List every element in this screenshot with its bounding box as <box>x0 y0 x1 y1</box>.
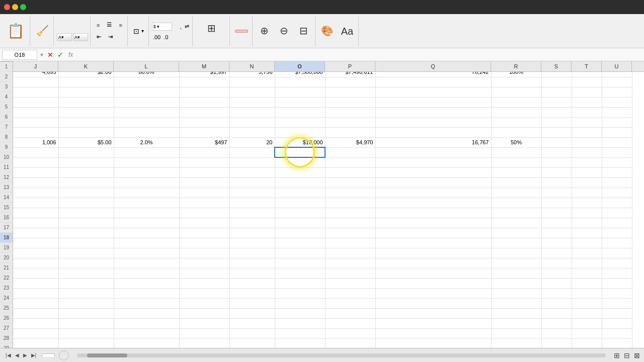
cell-Q30[interactable] <box>375 268 491 278</box>
row-num-4[interactable]: 4 <box>0 92 13 102</box>
cell-Q26[interactable] <box>375 228 491 238</box>
cell-N24[interactable] <box>229 208 275 218</box>
cell-J34[interactable] <box>13 308 58 318</box>
cell-U18[interactable] <box>602 147 632 157</box>
cell-T28[interactable] <box>572 248 602 258</box>
cell-O20[interactable] <box>275 167 325 177</box>
cell-S24[interactable] <box>541 208 572 218</box>
cell-Q29[interactable] <box>375 258 491 268</box>
cell-T19[interactable] <box>572 157 602 167</box>
cell-R22[interactable] <box>491 188 541 198</box>
cell-U21[interactable] <box>602 177 632 188</box>
cell-P19[interactable] <box>325 157 375 167</box>
indent-more-btn[interactable]: ⇥ <box>105 32 116 43</box>
cell-M32[interactable] <box>179 288 229 298</box>
align-center-btn[interactable]: ☰ <box>104 20 115 31</box>
dec-increase-btn[interactable]: .00 <box>152 33 162 41</box>
prev-sheet-btn[interactable]: ◀ <box>14 352 21 358</box>
cell-U22[interactable] <box>602 188 632 198</box>
cell-P17[interactable]: $4,970 <box>325 137 375 147</box>
cell-O26[interactable] <box>275 228 325 238</box>
row-num-14[interactable]: 14 <box>0 193 13 203</box>
cell-Q15[interactable] <box>375 117 491 127</box>
cell-P13[interactable] <box>325 97 375 107</box>
cell-N14[interactable] <box>229 107 275 117</box>
cell-N33[interactable] <box>229 298 275 308</box>
cell-K27[interactable] <box>58 238 114 248</box>
cell-J13[interactable] <box>13 97 58 107</box>
cell-L19[interactable] <box>114 157 179 167</box>
row-num-24[interactable]: 24 <box>0 293 13 303</box>
cell-N21[interactable] <box>229 177 275 188</box>
cell-N22[interactable] <box>229 188 275 198</box>
window-controls[interactable] <box>4 4 26 10</box>
cell-J20[interactable] <box>13 167 58 177</box>
row-num-23[interactable]: 23 <box>0 283 13 293</box>
cell-M22[interactable] <box>179 188 229 198</box>
cell-N34[interactable] <box>229 308 275 318</box>
col-header-T[interactable]: T <box>572 61 602 71</box>
cell-O37[interactable] <box>275 338 325 348</box>
cell-J19[interactable] <box>13 157 58 167</box>
cell-L11[interactable] <box>114 77 179 87</box>
underline-button[interactable] <box>71 21 77 32</box>
cell-K20[interactable] <box>58 167 114 177</box>
row-num-12[interactable]: 12 <box>0 172 13 183</box>
cell-K36[interactable] <box>58 328 114 338</box>
cell-N29[interactable] <box>229 258 275 268</box>
cell-M36[interactable] <box>179 328 229 338</box>
cell-R17[interactable]: 50% <box>491 137 541 147</box>
cell-R12[interactable] <box>491 87 541 97</box>
cell-M19[interactable] <box>179 157 229 167</box>
cell-P27[interactable] <box>325 238 375 248</box>
cell-Q14[interactable] <box>375 107 491 117</box>
cell-J22[interactable] <box>13 188 58 198</box>
cell-M37[interactable] <box>179 338 229 348</box>
cell-R14[interactable] <box>491 107 541 117</box>
cell-T27[interactable] <box>572 238 602 248</box>
cell-T17[interactable] <box>572 137 602 147</box>
cell-N35[interactable] <box>229 318 275 328</box>
cell-M33[interactable] <box>179 298 229 308</box>
cell-K30[interactable] <box>58 268 114 278</box>
cell-P15[interactable] <box>325 117 375 127</box>
cell-K31[interactable] <box>58 278 114 288</box>
cell-N36[interactable] <box>229 328 275 338</box>
cell-O22[interactable] <box>275 188 325 198</box>
cell-O28[interactable] <box>275 248 325 258</box>
cell-J31[interactable] <box>13 278 58 288</box>
cell-T37[interactable] <box>572 338 602 348</box>
cell-T24[interactable] <box>572 208 602 218</box>
cell-Q28[interactable] <box>375 248 491 258</box>
indent-less-btn[interactable]: ⇤ <box>94 32 104 43</box>
delete-button[interactable]: ⊖ <box>275 18 293 44</box>
cell-L17[interactable]: 2.0% <box>114 137 179 147</box>
themes-button[interactable]: 🎨 <box>318 18 337 44</box>
maximize-button[interactable] <box>20 4 26 10</box>
cell-J12[interactable] <box>13 87 58 97</box>
cell-P22[interactable] <box>325 188 375 198</box>
cell-M15[interactable] <box>179 117 229 127</box>
cell-L20[interactable] <box>114 167 179 177</box>
cell-S11[interactable] <box>541 77 572 87</box>
cell-J16[interactable] <box>13 127 58 137</box>
comma-btn[interactable]: , <box>179 23 183 31</box>
cell-P25[interactable] <box>325 218 375 228</box>
cell-N12[interactable] <box>229 87 275 97</box>
normal-view-btn[interactable]: ⊞ <box>614 351 620 359</box>
cell-R28[interactable] <box>491 248 541 258</box>
cell-K35[interactable] <box>58 318 114 328</box>
cell-R31[interactable] <box>491 278 541 288</box>
cell-T15[interactable] <box>572 117 602 127</box>
cell-R23[interactable] <box>491 198 541 208</box>
row-num-7[interactable]: 7 <box>0 122 13 132</box>
row-num-13[interactable]: 13 <box>0 183 13 193</box>
font-color-btn[interactable]: A▾ <box>73 33 88 41</box>
font-size-button[interactable]: Aa <box>338 18 356 44</box>
cell-K32[interactable] <box>58 288 114 298</box>
cell-M27[interactable] <box>179 238 229 248</box>
cell-U20[interactable] <box>602 167 632 177</box>
cell-M17[interactable]: $497 <box>179 137 229 147</box>
cell-O34[interactable] <box>275 308 325 318</box>
cell-T18[interactable] <box>572 147 602 157</box>
